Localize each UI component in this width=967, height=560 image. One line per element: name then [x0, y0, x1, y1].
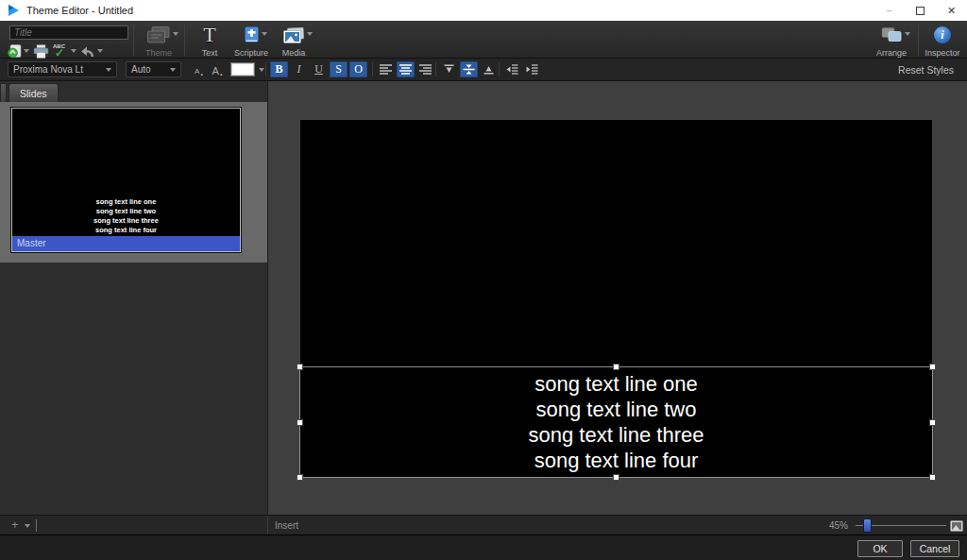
insert-mode-label: Insert — [275, 520, 298, 531]
increase-font-size-button[interactable]: A▴ — [209, 61, 226, 77]
song-textbox[interactable]: song text line one song text line two so… — [299, 366, 933, 478]
shadow-button[interactable]: S — [330, 61, 348, 77]
toolbar-separator — [184, 25, 185, 56]
new-item-button[interactable] — [8, 43, 29, 59]
scripture-button-label: Scripture — [234, 48, 268, 58]
vertical-align-top-button[interactable] — [440, 61, 458, 77]
slide-thumbnail[interactable]: song text line one song text line two so… — [11, 108, 241, 252]
new-document-icon — [8, 44, 22, 59]
arrange-button[interactable]: Arrange — [867, 24, 916, 58]
song-text: song text line one song text line two so… — [300, 371, 932, 473]
font-family-select[interactable]: Proxima Nova Lt — [8, 61, 117, 77]
media-photo-icon — [283, 27, 304, 43]
resize-handle-top-center[interactable] — [613, 364, 619, 370]
resize-handle-middle-left[interactable] — [297, 419, 303, 426]
resize-handle-middle-right[interactable] — [929, 419, 936, 426]
song-line: song text line three — [300, 422, 932, 448]
text-button[interactable]: T Text — [188, 24, 231, 58]
chevron-down-icon — [905, 32, 910, 36]
resize-handle-bottom-left[interactable] — [297, 474, 303, 481]
zoom-slider-handle[interactable] — [863, 518, 872, 533]
reset-styles-button[interactable]: Reset Styles — [898, 64, 954, 76]
theme-title-input[interactable] — [9, 25, 128, 40]
mini-toolbar: ABC ✓ — [8, 43, 103, 59]
chevron-down-icon — [97, 49, 103, 53]
inspector-button[interactable]: i Inspector — [921, 24, 964, 58]
undo-button[interactable] — [80, 43, 103, 59]
chevron-down-icon — [173, 32, 178, 36]
slide-list-item-master[interactable]: song text line one song text line two so… — [0, 102, 267, 263]
chevron-down-icon — [262, 32, 267, 36]
undo-arrow-icon — [80, 45, 95, 58]
chevron-down-icon — [170, 68, 176, 72]
add-slide-chevron-icon[interactable] — [25, 524, 30, 528]
align-right-button[interactable] — [416, 61, 434, 77]
media-button-label: Media — [282, 48, 306, 58]
font-size-select[interactable]: Auto — [126, 61, 181, 77]
slide-name-badge: Master — [12, 236, 240, 251]
song-line: song text line four — [300, 448, 932, 473]
thumbnail-song-line: song text line four — [12, 226, 240, 235]
align-center-icon — [399, 64, 412, 75]
format-bar: Proxima Nova Lt Auto A▴ A▴ B I U S O — [0, 59, 967, 81]
spellcheck-button[interactable]: ABC ✓ — [53, 43, 76, 59]
slide-preview[interactable]: song text line one song text line two so… — [300, 120, 932, 477]
italic-button[interactable]: I — [290, 61, 308, 77]
thumbnail-song-line: song text line one — [12, 197, 240, 207]
add-slide-button[interactable]: + — [11, 518, 19, 533]
slide-thumbnail-preview: song text line one song text line two so… — [12, 109, 240, 238]
underline-button[interactable]: U — [310, 61, 328, 77]
bold-button[interactable]: B — [270, 61, 288, 77]
status-bar: + Insert 45% — [0, 515, 967, 535]
font-color-swatch[interactable] — [230, 62, 255, 76]
align-left-icon — [380, 64, 392, 75]
chevron-down-icon — [307, 32, 313, 36]
theme-editor-window: Theme Editor - Untitled – ✕ — [0, 0, 967, 560]
text-button-label: Text — [202, 48, 218, 58]
window-controls: – ✕ — [874, 0, 967, 21]
song-line: song text line one — [300, 371, 932, 397]
outline-button[interactable]: O — [349, 61, 367, 77]
inspector-button-label: Inspector — [925, 48, 959, 58]
main-toolbar: ABC ✓ — [0, 21, 967, 59]
title-bar: Theme Editor - Untitled – ✕ — [0, 0, 967, 21]
decrease-indent-icon — [506, 64, 518, 75]
resize-handle-top-left[interactable] — [297, 364, 303, 370]
minimize-button[interactable]: – — [874, 0, 905, 21]
align-center-button[interactable] — [397, 61, 415, 77]
decrease-indent-button[interactable] — [503, 61, 521, 77]
vertical-align-middle-button[interactable] — [460, 61, 478, 77]
scripture-button[interactable]: Scripture — [229, 24, 274, 58]
resize-handle-bottom-right[interactable] — [929, 474, 936, 481]
decrease-font-size-button[interactable]: A▴ — [191, 61, 207, 77]
arrange-layers-icon — [881, 27, 902, 42]
font-color-chevron-icon[interactable] — [259, 68, 264, 72]
printer-icon — [33, 44, 49, 59]
thumbnail-song-text: song text line one song text line two so… — [12, 197, 240, 235]
spellcheck-icon: ABC ✓ — [53, 43, 69, 59]
tab-slides[interactable]: Slides — [8, 83, 59, 102]
cancel-button[interactable]: Cancel — [910, 540, 959, 557]
resize-handle-bottom-center[interactable] — [613, 474, 619, 481]
arrange-button-label: Arrange — [876, 48, 907, 58]
print-button[interactable] — [33, 43, 49, 59]
song-line: song text line two — [300, 397, 932, 422]
editor-canvas[interactable]: song text line one song text line two so… — [268, 81, 967, 515]
increase-indent-button[interactable] — [523, 61, 541, 77]
font-family-value: Proxima Nova Lt — [13, 64, 83, 75]
close-button[interactable]: ✕ — [936, 0, 967, 21]
chevron-down-icon — [24, 49, 29, 53]
format-separator — [435, 62, 436, 76]
vertical-align-bottom-button[interactable] — [480, 61, 498, 77]
zoom-slider[interactable] — [856, 525, 946, 526]
display-preview-icon[interactable] — [950, 520, 963, 532]
resize-handle-top-right[interactable] — [929, 364, 936, 370]
ok-button[interactable]: OK — [857, 540, 903, 557]
maximize-button[interactable] — [905, 0, 936, 21]
align-left-button[interactable] — [377, 61, 395, 77]
toolbar-separator — [133, 25, 134, 56]
app-logo-icon — [8, 5, 19, 16]
media-button[interactable]: Media — [272, 24, 315, 58]
font-size-value: Auto — [131, 64, 151, 75]
scripture-bible-icon — [245, 26, 259, 43]
